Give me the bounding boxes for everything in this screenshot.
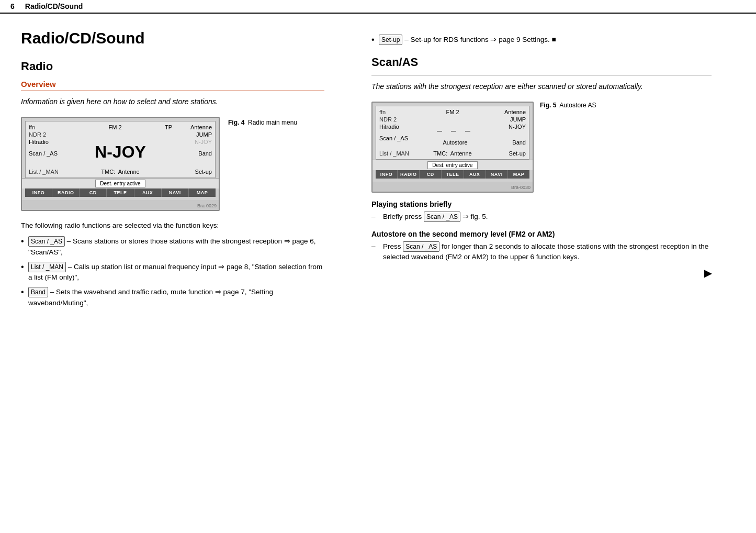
header-bar: 6 Radio/CD/Sound (0, 0, 756, 14)
fig5-func-btn-tele[interactable]: TELE (442, 170, 464, 179)
row2-right: JUMP (175, 131, 212, 138)
big-name-area: N-JOY (65, 138, 175, 166)
fig5-func-btn-map[interactable]: MAP (508, 170, 529, 179)
right-labels: N-JOY Band (175, 138, 212, 157)
func-btn-aux[interactable]: AUX (134, 188, 162, 197)
main-content: Radio/CD/Sound Radio Overview Informatio… (0, 14, 756, 324)
row2-left: NDR 2 (29, 131, 65, 138)
left-column: Radio/CD/Sound Radio Overview Informatio… (21, 29, 345, 314)
fig5-row-2: NDR 2 JUMP (379, 116, 526, 123)
fig5-func-btn-info[interactable]: INFO (376, 170, 398, 179)
scanas-intro: The stations with the strongest receptio… (371, 81, 712, 92)
row1-right: Antenne (175, 124, 212, 130)
fig5-right-labels: N-JOY Band (494, 123, 526, 146)
bra-code-fig5: Bra-0030 (511, 185, 531, 190)
fig5-row5-left: List / _MAN (379, 150, 416, 157)
playing-title: Playing stations briefly (371, 200, 712, 208)
fig5-dest-entry: Dest. entry active (427, 161, 477, 169)
radio-functions-text: The following radio functions are select… (21, 220, 324, 231)
fig5-row-3-wrap: Hitradio Scan / _AS – – – Autostore N-JO… (379, 123, 526, 148)
page-number: 6 (10, 2, 15, 10)
radio-bottom-bar-fig4: Dest. entry active (22, 178, 219, 188)
func-btn-cd[interactable]: CD (80, 188, 107, 197)
fig5-func-btn-navi[interactable]: NAVI (486, 170, 508, 179)
row1-tp: TP (165, 124, 175, 130)
bra-code-fig4: Bra-0029 (197, 203, 217, 208)
fig5-caption-text: Autostore AS (559, 102, 596, 109)
scanas-divider (371, 75, 712, 76)
func-btn-radio[interactable]: RADIO (52, 188, 80, 197)
fig5-func-btn-radio[interactable]: RADIO (398, 170, 420, 179)
fig4-caption: Fig. 4 Radio main menu (228, 119, 297, 126)
fig4-caption-area: Fig. 4 Radio main menu (228, 117, 297, 126)
scan-as-key: Scan / _AS (28, 236, 65, 247)
fig5-row-1: ffn FM 2 Antenne (379, 108, 526, 116)
function-bullet-list: Scan / _AS – Scans stations or stores th… (21, 236, 324, 308)
fig5-caption-area: Fig. 5 Autostore AS (540, 102, 596, 109)
screen-row-2: NDR 2 JUMP (29, 131, 212, 138)
playing-dash-item: – Briefly press Scan / _AS ⇒ fig. 5. (371, 212, 712, 222)
fig5-row3-right: N-JOY (509, 123, 526, 130)
radio-display-fig5: ffn FM 2 Antenne NDR 2 JUMP (376, 106, 529, 160)
row1-left: ffn (29, 124, 65, 130)
row5-right: Set-up (175, 169, 212, 175)
radio-screen-fig4: ffn FM 2 TP Antenne NDR 2 JUMP (21, 117, 220, 211)
fig5-row4-right: Band (512, 139, 526, 146)
autostore-dash-item: – Press Scan / _AS for longer than 2 sec… (371, 241, 712, 263)
setup-text: – Set-up for RDS functions ⇒ page 9 Sett… (404, 36, 556, 43)
fig4-screen-wrap: ffn FM 2 TP Antenne NDR 2 JUMP (21, 117, 220, 211)
autostore-title: Autostore on the second memory level (FM… (371, 230, 712, 238)
bullet-scan-as: Scan / _AS – Scans stations or stores th… (21, 236, 324, 258)
playing-dash: – (371, 212, 379, 222)
left-labels: Hitradio Scan / _AS (29, 138, 65, 157)
row1-fm: FM 2 (65, 124, 165, 130)
setup-key: Set-up (379, 35, 402, 45)
func-btn-tele[interactable]: TELE (107, 188, 134, 197)
fig5-screen-wrap: ffn FM 2 Antenne NDR 2 JUMP (371, 102, 534, 193)
page-main-title: Radio/CD/Sound (21, 29, 324, 47)
fig4-container: ffn FM 2 TP Antenne NDR 2 JUMP (21, 117, 324, 211)
radio-function-bar-fig5: INFO RADIO CD TELE AUX NAVI MAP (376, 170, 529, 179)
bullet-band: Band – Sets the waveband and traffic rad… (21, 287, 324, 308)
bullet-setup: Set-up – Set-up for RDS functions ⇒ page… (371, 35, 712, 45)
fig5-func-btn-cd[interactable]: CD (420, 170, 442, 179)
bra-tag-fig4: Bra-0029 (22, 200, 219, 210)
row4-right: Band (198, 150, 212, 157)
fig5-label: Fig. 5 (540, 102, 556, 109)
func-btn-map[interactable]: MAP (189, 188, 216, 197)
autostore-dashes: – – – (416, 123, 494, 138)
row4-left: Scan / _AS (29, 150, 65, 157)
overview-subsection-title: Overview (21, 80, 324, 91)
page-continue-arrow: ▶ (371, 268, 712, 279)
fig5-row3-left: Hitradio (379, 123, 416, 130)
screen-row-1: ffn FM 2 TP Antenne (29, 124, 212, 131)
radio-display-fig4: ffn FM 2 TP Antenne NDR 2 JUMP (25, 121, 216, 178)
right-column: Set-up – Set-up for RDS functions ⇒ page… (345, 29, 712, 314)
fig5-row1-right: Antenne (489, 109, 526, 115)
row5-center: TMC: Antenne (65, 169, 175, 175)
band-text: – Sets the waveband and traffic radio, m… (28, 288, 273, 306)
scan-as-text: – Scans stations or stores those station… (28, 237, 316, 256)
fig5-row1-left: ffn (379, 109, 416, 115)
fig5-caption: Fig. 5 Autostore AS (540, 102, 596, 109)
fig5-func-btn-aux[interactable]: AUX (464, 170, 486, 179)
fig5-row1-fm: FM 2 (416, 109, 489, 115)
fig5-row2-right: JUMP (489, 116, 526, 123)
func-btn-navi[interactable]: NAVI (162, 188, 189, 197)
row5-left: List / _MAN (29, 169, 65, 175)
playing-text: Briefly press Scan / _AS ⇒ fig. 5. (383, 212, 488, 222)
list-man-text: – Calls up station list or manual freque… (28, 263, 322, 281)
fig5-row-5: List / _MAN TMC: Antenne Set-up (379, 150, 526, 157)
overview-intro: Information is given here on how to sele… (21, 96, 324, 107)
scanas-section-title: Scan/AS (371, 55, 712, 69)
autostore-scan-key: Scan / _AS (403, 241, 439, 252)
radio-screen-fig5: ffn FM 2 Antenne NDR 2 JUMP (371, 102, 534, 193)
func-btn-info[interactable]: INFO (25, 188, 52, 197)
fig5-center-area: – – – Autostore (416, 123, 494, 148)
station-big-name: N-JOY (65, 138, 175, 166)
bullet-list-man: List / _MAN – Calls up station list or m… (21, 262, 324, 283)
autostore-text: Press Scan / _AS for longer than 2 secon… (383, 241, 712, 263)
row3-right: N-JOY (195, 138, 212, 146)
setup-bullet-list: Set-up – Set-up for RDS functions ⇒ page… (371, 35, 712, 45)
radio-function-bar-fig4: INFO RADIO CD TELE AUX NAVI MAP (25, 188, 216, 197)
